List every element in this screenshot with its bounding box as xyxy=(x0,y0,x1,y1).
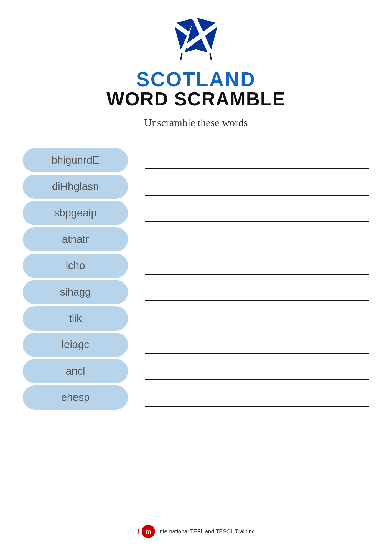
answer-line-container-1 xyxy=(128,176,369,198)
word-row: atnatr xyxy=(23,227,369,251)
word-row: ehesp xyxy=(23,385,369,410)
word-row: bhigunrdE xyxy=(23,148,369,172)
footer: i m International TEFL and TESOL Trainin… xyxy=(137,516,255,538)
scrambled-word-8: ancl xyxy=(23,359,128,383)
flags-logo xyxy=(166,17,226,67)
word-list: bhigunrdEdiHhglasnsbpgeaipatnatrlchosiha… xyxy=(23,148,369,412)
scrambled-word-1: diHhglasn xyxy=(23,175,128,199)
answer-line-4 xyxy=(145,274,369,275)
answer-line-8 xyxy=(145,379,369,380)
scrambled-word-2: sbpgeaip xyxy=(23,201,128,225)
answer-line-7 xyxy=(145,353,369,354)
word-row: diHhglasn xyxy=(23,175,369,199)
answer-line-container-5 xyxy=(128,281,369,303)
scrambled-word-3: atnatr xyxy=(23,227,128,251)
answer-line-container-2 xyxy=(128,202,369,224)
answer-line-1 xyxy=(145,195,369,196)
title-word-scramble: WORD SCRAMBLE xyxy=(106,89,286,108)
subtitle: Unscramble these words xyxy=(144,117,248,129)
answer-line-container-9 xyxy=(128,387,369,409)
scrambled-word-6: tlik xyxy=(23,306,128,331)
scrambled-word-0: bhigunrdE xyxy=(23,148,128,172)
footer-logo-icon: m xyxy=(141,524,155,538)
answer-line-container-4 xyxy=(128,255,369,277)
answer-line-9 xyxy=(145,406,369,407)
word-row: sbpgeaip xyxy=(23,201,369,225)
answer-line-0 xyxy=(145,168,369,169)
answer-line-container-0 xyxy=(128,149,369,171)
word-row: tlik xyxy=(23,306,369,331)
answer-line-container-6 xyxy=(128,307,369,330)
scrambled-word-5: sihagg xyxy=(23,280,128,304)
answer-line-5 xyxy=(145,300,369,301)
answer-line-container-7 xyxy=(128,334,369,356)
footer-logo: i m xyxy=(137,524,156,538)
title-scotland: SCOTLAND xyxy=(136,69,256,89)
scrambled-word-7: leiagc xyxy=(23,333,128,357)
answer-line-container-3 xyxy=(128,228,369,251)
footer-logo-i: i xyxy=(137,527,139,536)
scrambled-word-9: ehesp xyxy=(23,385,128,410)
svg-text:m: m xyxy=(146,528,151,535)
word-row: sihagg xyxy=(23,280,369,304)
page-container: SCOTLAND WORD SCRAMBLE Unscramble these … xyxy=(0,0,392,555)
word-row: lcho xyxy=(23,254,369,278)
answer-line-3 xyxy=(145,248,369,248)
word-row: ancl xyxy=(23,359,369,383)
answer-line-6 xyxy=(145,327,369,327)
header: SCOTLAND WORD SCRAMBLE Unscramble these … xyxy=(106,17,286,140)
answer-line-2 xyxy=(145,221,369,222)
scrambled-word-4: lcho xyxy=(23,254,128,278)
footer-brand-text: International TEFL and TESOL Training xyxy=(158,528,255,535)
answer-line-container-8 xyxy=(128,360,369,382)
word-row: leiagc xyxy=(23,333,369,357)
